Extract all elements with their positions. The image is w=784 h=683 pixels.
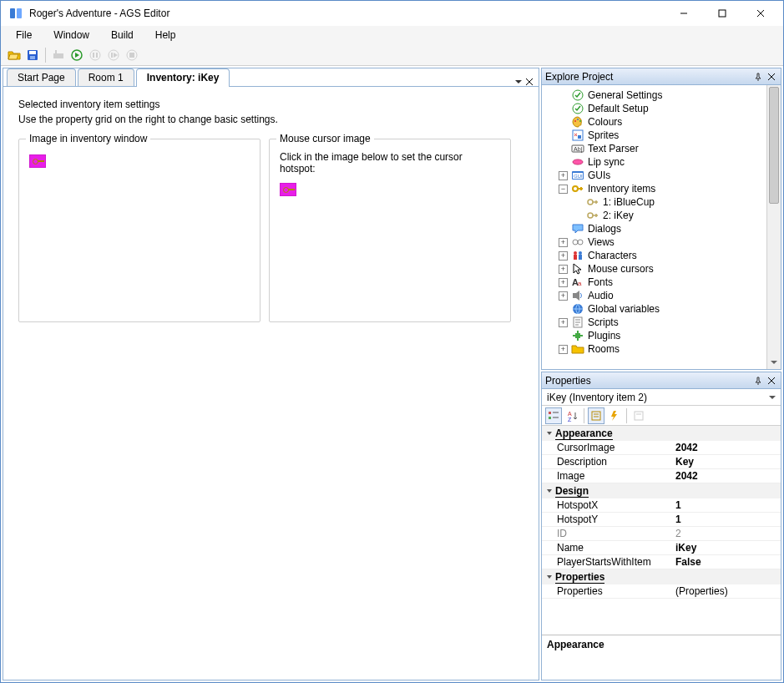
tree-node[interactable]: −Inventory items — [542, 182, 766, 195]
cursor-image-preview[interactable] — [280, 183, 296, 196]
property-value[interactable]: (Properties) — [675, 585, 781, 597]
tree-node[interactable]: 2: iKey — [542, 209, 766, 222]
step-button[interactable] — [105, 47, 122, 63]
tab-dropdown-icon[interactable] — [515, 78, 522, 85]
property-row[interactable]: ID2 — [542, 527, 781, 541]
expand-icon[interactable]: − — [559, 185, 568, 194]
expand-icon[interactable]: + — [559, 291, 568, 301]
inventory-image-preview[interactable] — [29, 154, 46, 168]
run-button[interactable] — [68, 47, 85, 63]
svg-rect-48 — [573, 293, 576, 298]
tree-node[interactable]: +Audio — [542, 289, 766, 302]
property-row[interactable]: CursorImage2042 — [542, 441, 781, 455]
events-button[interactable] — [606, 407, 623, 424]
menu-build[interactable]: Build — [101, 28, 144, 43]
property-row[interactable]: PlayerStartsWithItemFalse — [542, 555, 781, 569]
expand-icon[interactable]: + — [559, 278, 568, 287]
tree-node[interactable]: Colours — [542, 115, 766, 129]
property-grid[interactable]: AppearanceCursorImage2042DescriptionKeyI… — [542, 426, 781, 635]
close-button[interactable] — [741, 1, 780, 26]
property-object-selector[interactable]: iKey (Inventory item 2) — [542, 389, 781, 406]
pin-icon[interactable] — [752, 71, 764, 83]
property-row[interactable]: HotspotY1 — [542, 513, 781, 527]
property-category[interactable]: Properties — [542, 569, 781, 584]
toolbar — [1, 44, 783, 66]
scroll-thumb[interactable] — [769, 87, 779, 204]
menu-help[interactable]: Help — [145, 28, 186, 43]
expand-icon[interactable]: + — [559, 171, 568, 180]
tree-node[interactable]: +AaFonts — [542, 276, 766, 289]
tree-node[interactable]: +Views — [542, 235, 766, 249]
tree-node[interactable]: +Rooms — [542, 342, 766, 356]
tree-node[interactable]: Dialogs — [542, 222, 766, 235]
expand-icon[interactable]: + — [559, 265, 568, 274]
check-icon — [571, 102, 584, 115]
pause-button[interactable] — [87, 47, 104, 63]
tree-node[interactable]: General Settings — [542, 89, 766, 102]
tree-node[interactable]: +GUIGUIs — [542, 169, 766, 182]
tree-node[interactable]: Global variables — [542, 302, 766, 316]
panel-close-icon[interactable] — [766, 375, 777, 387]
property-value[interactable]: 1 — [675, 499, 781, 511]
property-value[interactable]: 2 — [675, 528, 781, 539]
property-value[interactable]: iKey — [675, 542, 781, 554]
tree-node[interactable]: Ab|Text Parser — [542, 142, 766, 155]
property-pages-button[interactable] — [588, 407, 604, 424]
tab-close-icon[interactable] — [525, 78, 534, 86]
expand-icon[interactable]: + — [559, 238, 568, 247]
build-button[interactable] — [50, 47, 67, 63]
property-category[interactable]: Design — [542, 483, 781, 498]
tree-node[interactable]: Lip sync — [542, 155, 766, 169]
property-value[interactable]: 1 — [675, 514, 781, 525]
property-value[interactable]: 2042 — [675, 442, 781, 453]
expand-icon[interactable]: + — [559, 251, 568, 261]
property-row[interactable]: NameiKey — [542, 541, 781, 555]
property-value[interactable]: 2042 — [675, 470, 781, 482]
titlebar[interactable]: Roger's Adventure - AGS Editor — [1, 1, 783, 26]
expand-icon[interactable]: + — [559, 345, 568, 354]
tab-inventory-ikey[interactable]: Inventory: iKey — [136, 68, 230, 86]
keygrey-icon — [586, 209, 599, 222]
maximize-button[interactable] — [703, 1, 741, 26]
save-button[interactable] — [24, 47, 41, 63]
property-row[interactable]: Properties(Properties) — [542, 584, 781, 599]
property-value[interactable]: Key — [675, 456, 781, 468]
tab-room-1[interactable]: Room 1 — [78, 68, 134, 86]
svg-rect-55 — [577, 331, 579, 333]
property-row[interactable]: HotspotX1 — [542, 498, 781, 513]
menu-file[interactable]: File — [6, 28, 42, 43]
svg-text:GUI: GUI — [574, 174, 583, 179]
svg-rect-8 — [30, 56, 35, 59]
svg-point-38 — [588, 213, 593, 218]
open-button[interactable] — [6, 47, 23, 63]
menu-window[interactable]: Window — [43, 28, 99, 43]
expand-icon[interactable]: + — [559, 318, 568, 327]
category-label: Design — [555, 485, 589, 498]
project-tree[interactable]: General SettingsDefault SetupColoursSpri… — [542, 85, 766, 369]
tree-node[interactable]: +Characters — [542, 249, 766, 262]
tab-start-page[interactable]: Start Page — [7, 68, 76, 86]
stop-button[interactable] — [124, 47, 140, 63]
tree-node[interactable]: Sprites — [542, 129, 766, 142]
property-row[interactable]: Image2042 — [542, 469, 781, 483]
property-value[interactable]: False — [675, 556, 781, 568]
tree-label: Colours — [588, 116, 622, 128]
property-key: Description — [542, 456, 675, 468]
alphabetical-button[interactable]: AZ — [564, 407, 580, 424]
pin-icon[interactable] — [752, 375, 764, 387]
categorized-button[interactable] — [545, 407, 562, 424]
tree-node[interactable]: +Scripts — [542, 316, 766, 329]
minimize-button[interactable] — [665, 1, 703, 26]
property-extra-button[interactable] — [630, 407, 647, 424]
tree-node[interactable]: Default Setup — [542, 102, 766, 115]
property-category[interactable]: Appearance — [542, 426, 781, 441]
property-row[interactable]: DescriptionKey — [542, 455, 781, 469]
tree-node[interactable]: Plugins — [542, 329, 766, 342]
scroll-down-icon[interactable] — [767, 355, 781, 369]
panel-close-icon[interactable] — [766, 71, 777, 83]
properties-panel: Properties iKey (Inventory item 2) AZ — [541, 372, 781, 680]
svg-rect-9 — [53, 53, 63, 58]
tree-node[interactable]: +Mouse cursors — [542, 262, 766, 276]
tree-scrollbar[interactable] — [766, 85, 781, 369]
tree-node[interactable]: 1: iBlueCup — [542, 195, 766, 209]
